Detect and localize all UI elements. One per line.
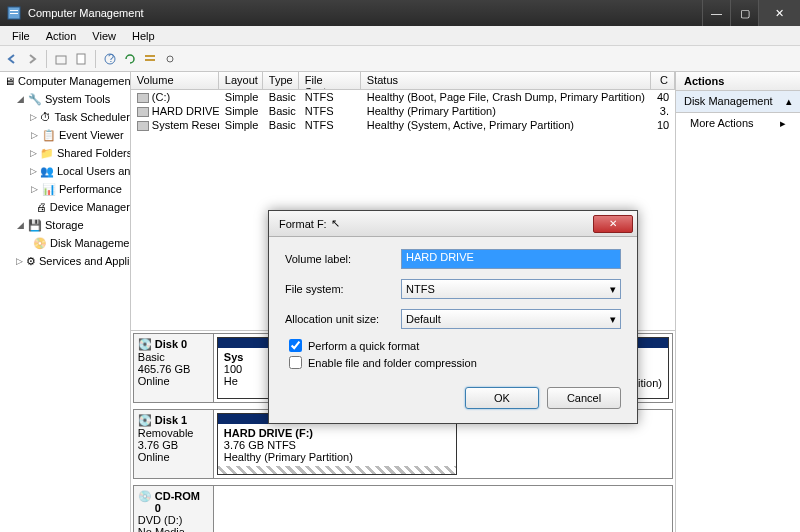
volume-label-label: Volume label: [285,253,401,265]
expand-icon[interactable]: ▷ [30,184,39,194]
checkbox-input[interactable] [289,356,302,369]
volume-header: Volume Layout Type File System Status C [131,72,675,90]
ok-button[interactable]: OK [465,387,539,409]
tree-storage[interactable]: ◢💾Storage [0,216,130,234]
disk-label: 💿CD-ROM 0 DVD (D:)No Media [134,486,214,532]
disk-icon: 💽 [138,338,152,351]
quick-format-checkbox[interactable]: Perform a quick format [289,339,621,352]
col-fs[interactable]: File System [299,72,361,89]
chevron-right-icon: ▸ [780,117,786,130]
tree-users[interactable]: ▷👥Local Users and Groups [0,162,130,180]
tree-devmgr[interactable]: 🖨Device Manager [0,198,130,216]
volume-icon [137,107,149,117]
expand-icon[interactable]: ▷ [30,112,37,122]
disk-label: 💽Disk 0 Basic465.76 GBOnline [134,334,214,402]
computer-icon: 🖥 [4,74,15,88]
clock-icon: ⏱ [40,110,51,124]
col-status[interactable]: Status [361,72,651,89]
format-dialog: Format F: ↖ ✕ Volume label: HARD DRIVE F… [268,210,638,424]
tree-services[interactable]: ▷⚙Services and Applications [0,252,130,270]
tree-event[interactable]: ▷📋Event Viewer [0,126,130,144]
volume-label-input[interactable]: HARD DRIVE [401,249,621,269]
menu-view[interactable]: View [84,28,124,44]
expand-icon[interactable]: ▷ [30,166,37,176]
menu-bar: File Action View Help [0,26,800,46]
device-icon: 🖨 [36,200,47,214]
props-icon[interactable] [73,51,89,67]
allocation-select[interactable]: Default▾ [401,309,621,329]
perf-icon: 📊 [42,182,56,196]
col-volume[interactable]: Volume [131,72,219,89]
tree-root[interactable]: 🖥Computer Management (Local [0,72,130,90]
toolbar: ? [0,46,800,72]
col-cap[interactable]: C [651,72,675,89]
cd-icon: 💿 [138,490,152,514]
collapse-icon[interactable]: ◢ [16,220,25,230]
window-titlebar: Computer Management — ▢ ✕ [0,0,800,26]
filesystem-select[interactable]: NTFS▾ [401,279,621,299]
tree-systools[interactable]: ◢🔧System Tools [0,90,130,108]
svg-rect-2 [10,13,18,14]
collapse-icon: ▴ [786,95,792,108]
filesystem-label: File system: [285,283,401,295]
cursor-icon: ↖ [331,217,340,230]
actions-more[interactable]: More Actions▸ [676,113,800,134]
chevron-down-icon: ▾ [610,313,616,326]
tree-task[interactable]: ▷⏱Task Scheduler [0,108,130,126]
list-icon[interactable] [142,51,158,67]
minimize-button[interactable]: — [702,0,730,26]
book-icon: 📋 [42,128,56,142]
expand-icon[interactable]: ▷ [16,256,23,266]
compression-checkbox[interactable]: Enable file and folder compression [289,356,621,369]
storage-icon: 💾 [28,218,42,232]
disk-icon: 💽 [138,414,152,427]
close-button[interactable]: ✕ [758,0,800,26]
disk-icon: 📀 [33,236,47,250]
vol-row[interactable]: (C:) SimpleBasicNTFSHealthy (Boot, Page … [131,90,675,104]
svg-point-9 [167,56,173,62]
refresh-icon[interactable] [122,51,138,67]
users-icon: 👥 [40,164,54,178]
help-icon[interactable]: ? [102,51,118,67]
collapse-icon[interactable]: ◢ [16,94,25,104]
actions-panel: Actions Disk Management▴ More Actions▸ [676,72,800,532]
forward-icon[interactable] [24,51,40,67]
expand-icon[interactable]: ▷ [30,130,39,140]
svg-rect-7 [145,55,155,57]
col-type[interactable]: Type [263,72,299,89]
tree-perf[interactable]: ▷📊Performance [0,180,130,198]
up-icon[interactable] [53,51,69,67]
svg-rect-8 [145,59,155,61]
checkbox-input[interactable] [289,339,302,352]
tree-diskmgmt[interactable]: 📀Disk Management [0,234,130,252]
vol-row[interactable]: System Reserved SimpleBasicNTFSHealthy (… [131,118,675,132]
tree-shared[interactable]: ▷📁Shared Folders [0,144,130,162]
menu-action[interactable]: Action [38,28,85,44]
chevron-down-icon: ▾ [610,283,616,296]
back-icon[interactable] [4,51,20,67]
app-icon [6,5,22,21]
expand-icon[interactable]: ▷ [30,148,37,158]
disk-row-cd[interactable]: 💿CD-ROM 0 DVD (D:)No Media [133,485,673,532]
settings-icon[interactable] [162,51,178,67]
volume-icon [137,93,149,103]
menu-file[interactable]: File [4,28,38,44]
vol-row[interactable]: HARD DRIVE (F:) SimpleBasicNTFSHealthy (… [131,104,675,118]
dialog-title: Format F: [279,218,327,230]
col-layout[interactable]: Layout [219,72,263,89]
svg-rect-3 [56,56,66,64]
dialog-close-button[interactable]: ✕ [593,215,633,233]
svg-text:?: ? [108,52,114,64]
window-title: Computer Management [28,7,144,19]
maximize-button[interactable]: ▢ [730,0,758,26]
dialog-titlebar[interactable]: Format F: ↖ ✕ [269,211,637,237]
actions-section[interactable]: Disk Management▴ [676,91,800,113]
cancel-button[interactable]: Cancel [547,387,621,409]
actions-header: Actions [676,72,800,91]
disk-label: 💽Disk 1 Removable3.76 GBOnline [134,410,214,478]
services-icon: ⚙ [26,254,36,268]
volume-icon [137,121,149,131]
folder-icon: 📁 [40,146,54,160]
tools-icon: 🔧 [28,92,42,106]
menu-help[interactable]: Help [124,28,163,44]
